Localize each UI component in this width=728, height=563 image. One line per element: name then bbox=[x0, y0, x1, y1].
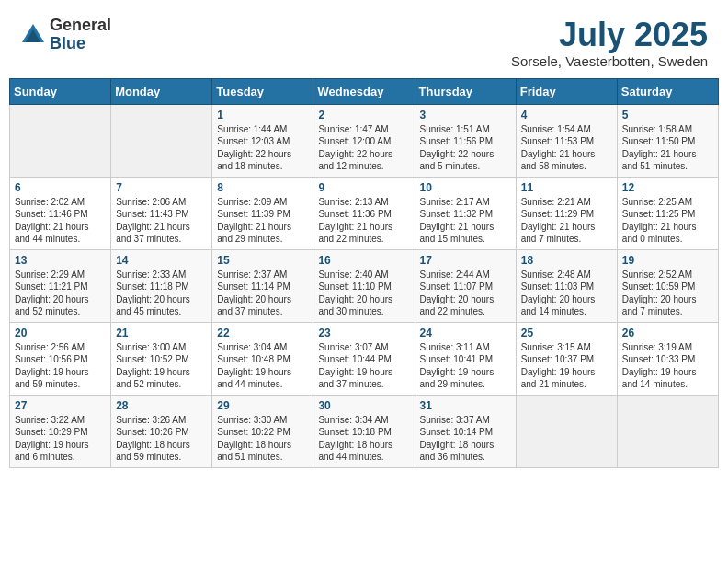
calendar-cell: 23Sunrise: 3:07 AM Sunset: 10:44 PM Dayl… bbox=[313, 322, 415, 395]
calendar-cell: 24Sunrise: 3:11 AM Sunset: 10:41 PM Dayl… bbox=[415, 322, 516, 395]
day-details: Sunrise: 2:21 AM Sunset: 11:29 PM Daylig… bbox=[521, 196, 612, 246]
day-number: 6 bbox=[15, 181, 106, 194]
calendar-cell: 6Sunrise: 2:02 AM Sunset: 11:46 PM Dayli… bbox=[10, 177, 111, 249]
day-details: Sunrise: 2:37 AM Sunset: 11:14 PM Daylig… bbox=[217, 269, 308, 318]
day-number: 31 bbox=[420, 399, 511, 412]
day-number: 15 bbox=[217, 254, 308, 267]
calendar-cell: 1Sunrise: 1:44 AM Sunset: 12:03 AM Dayli… bbox=[212, 104, 313, 177]
calendar-cell: 31Sunrise: 3:37 AM Sunset: 10:14 PM Dayl… bbox=[415, 395, 516, 467]
calendar-cell bbox=[10, 104, 111, 177]
day-number: 11 bbox=[521, 181, 612, 194]
day-number: 19 bbox=[622, 254, 713, 267]
day-number: 29 bbox=[217, 399, 308, 412]
calendar-cell: 13Sunrise: 2:29 AM Sunset: 11:21 PM Dayl… bbox=[10, 249, 111, 322]
day-details: Sunrise: 2:06 AM Sunset: 11:43 PM Daylig… bbox=[116, 196, 207, 246]
day-details: Sunrise: 2:29 AM Sunset: 11:21 PM Daylig… bbox=[15, 269, 106, 318]
day-number: 2 bbox=[318, 109, 409, 121]
calendar-cell: 9Sunrise: 2:13 AM Sunset: 11:36 PM Dayli… bbox=[313, 177, 415, 249]
day-details: Sunrise: 2:48 AM Sunset: 11:03 PM Daylig… bbox=[521, 269, 612, 318]
weekday-header-saturday: Saturday bbox=[617, 78, 718, 104]
calendar-cell: 22Sunrise: 3:04 AM Sunset: 10:48 PM Dayl… bbox=[212, 322, 313, 395]
day-number: 4 bbox=[521, 109, 612, 121]
page-header: General Blue July 2025 Sorsele, Vaesterb… bbox=[9, 9, 719, 73]
day-number: 22 bbox=[217, 327, 308, 339]
logo-blue-label: Blue bbox=[50, 35, 111, 53]
logo-text: General Blue bbox=[50, 17, 111, 53]
day-details: Sunrise: 2:40 AM Sunset: 11:10 PM Daylig… bbox=[318, 269, 409, 318]
weekday-header-tuesday: Tuesday bbox=[212, 78, 313, 104]
day-details: Sunrise: 3:37 AM Sunset: 10:14 PM Daylig… bbox=[420, 414, 511, 464]
calendar-week-row: 20Sunrise: 2:56 AM Sunset: 10:56 PM Dayl… bbox=[10, 322, 719, 395]
calendar-cell: 17Sunrise: 2:44 AM Sunset: 11:07 PM Dayl… bbox=[415, 249, 516, 322]
weekday-header-monday: Monday bbox=[111, 78, 212, 104]
logo-general-label: General bbox=[50, 17, 111, 35]
day-number: 20 bbox=[15, 327, 106, 339]
day-details: Sunrise: 2:56 AM Sunset: 10:56 PM Daylig… bbox=[15, 341, 106, 391]
calendar-cell: 8Sunrise: 2:09 AM Sunset: 11:39 PM Dayli… bbox=[212, 177, 313, 249]
calendar-cell: 16Sunrise: 2:40 AM Sunset: 11:10 PM Dayl… bbox=[313, 249, 415, 322]
day-number: 24 bbox=[420, 327, 511, 339]
day-details: Sunrise: 2:13 AM Sunset: 11:36 PM Daylig… bbox=[318, 196, 409, 246]
calendar-cell: 29Sunrise: 3:30 AM Sunset: 10:22 PM Dayl… bbox=[212, 395, 313, 467]
day-number: 30 bbox=[318, 399, 409, 412]
day-number: 7 bbox=[116, 181, 207, 194]
day-number: 5 bbox=[622, 109, 713, 121]
day-number: 23 bbox=[318, 327, 409, 339]
day-details: Sunrise: 2:44 AM Sunset: 11:07 PM Daylig… bbox=[420, 269, 511, 318]
calendar-cell: 30Sunrise: 3:34 AM Sunset: 10:18 PM Dayl… bbox=[313, 395, 415, 467]
calendar-week-row: 6Sunrise: 2:02 AM Sunset: 11:46 PM Dayli… bbox=[10, 177, 719, 249]
logo: General Blue bbox=[20, 17, 111, 53]
day-details: Sunrise: 3:07 AM Sunset: 10:44 PM Daylig… bbox=[318, 341, 409, 391]
calendar-cell: 25Sunrise: 3:15 AM Sunset: 10:37 PM Dayl… bbox=[516, 322, 617, 395]
day-number: 17 bbox=[420, 254, 511, 267]
day-details: Sunrise: 2:33 AM Sunset: 11:18 PM Daylig… bbox=[116, 269, 207, 318]
calendar-table: SundayMondayTuesdayWednesdayThursdayFrid… bbox=[9, 78, 719, 468]
weekday-header-sunday: Sunday bbox=[10, 78, 111, 104]
day-details: Sunrise: 2:52 AM Sunset: 10:59 PM Daylig… bbox=[622, 269, 713, 318]
day-number: 14 bbox=[116, 254, 207, 267]
day-details: Sunrise: 3:15 AM Sunset: 10:37 PM Daylig… bbox=[521, 341, 612, 391]
day-details: Sunrise: 3:34 AM Sunset: 10:18 PM Daylig… bbox=[318, 414, 409, 464]
calendar-cell bbox=[516, 395, 617, 467]
logo-icon bbox=[20, 22, 46, 48]
weekday-header-thursday: Thursday bbox=[415, 78, 516, 104]
day-details: Sunrise: 1:54 AM Sunset: 11:53 PM Daylig… bbox=[521, 123, 612, 173]
weekday-header-friday: Friday bbox=[516, 78, 617, 104]
calendar-cell: 14Sunrise: 2:33 AM Sunset: 11:18 PM Dayl… bbox=[111, 249, 212, 322]
day-number: 18 bbox=[521, 254, 612, 267]
calendar-cell: 11Sunrise: 2:21 AM Sunset: 11:29 PM Dayl… bbox=[516, 177, 617, 249]
calendar-cell: 5Sunrise: 1:58 AM Sunset: 11:50 PM Dayli… bbox=[617, 104, 718, 177]
weekday-header-row: SundayMondayTuesdayWednesdayThursdayFrid… bbox=[10, 78, 719, 104]
calendar-header: SundayMondayTuesdayWednesdayThursdayFrid… bbox=[10, 78, 719, 104]
day-number: 21 bbox=[116, 327, 207, 339]
calendar-cell: 7Sunrise: 2:06 AM Sunset: 11:43 PM Dayli… bbox=[111, 177, 212, 249]
title-block: July 2025 Sorsele, Vaesterbotten, Sweden bbox=[511, 17, 708, 69]
calendar-cell bbox=[617, 395, 718, 467]
calendar-cell: 4Sunrise: 1:54 AM Sunset: 11:53 PM Dayli… bbox=[516, 104, 617, 177]
calendar-cell: 20Sunrise: 2:56 AM Sunset: 10:56 PM Dayl… bbox=[10, 322, 111, 395]
day-details: Sunrise: 3:22 AM Sunset: 10:29 PM Daylig… bbox=[15, 414, 106, 464]
calendar-week-row: 13Sunrise: 2:29 AM Sunset: 11:21 PM Dayl… bbox=[10, 249, 719, 322]
calendar-cell: 3Sunrise: 1:51 AM Sunset: 11:56 PM Dayli… bbox=[415, 104, 516, 177]
day-details: Sunrise: 1:44 AM Sunset: 12:03 AM Daylig… bbox=[217, 123, 308, 173]
day-details: Sunrise: 3:26 AM Sunset: 10:26 PM Daylig… bbox=[116, 414, 207, 464]
day-details: Sunrise: 1:58 AM Sunset: 11:50 PM Daylig… bbox=[622, 123, 713, 173]
calendar-cell: 15Sunrise: 2:37 AM Sunset: 11:14 PM Dayl… bbox=[212, 249, 313, 322]
calendar-body: 1Sunrise: 1:44 AM Sunset: 12:03 AM Dayli… bbox=[10, 104, 719, 467]
day-number: 13 bbox=[15, 254, 106, 267]
day-details: Sunrise: 1:51 AM Sunset: 11:56 PM Daylig… bbox=[420, 123, 511, 173]
month-year-title: July 2025 bbox=[511, 17, 708, 53]
day-number: 26 bbox=[622, 327, 713, 339]
day-details: Sunrise: 1:47 AM Sunset: 12:00 AM Daylig… bbox=[318, 123, 409, 173]
day-details: Sunrise: 3:11 AM Sunset: 10:41 PM Daylig… bbox=[420, 341, 511, 391]
day-details: Sunrise: 3:30 AM Sunset: 10:22 PM Daylig… bbox=[217, 414, 308, 464]
day-number: 12 bbox=[622, 181, 713, 194]
weekday-header-wednesday: Wednesday bbox=[313, 78, 415, 104]
calendar-week-row: 27Sunrise: 3:22 AM Sunset: 10:29 PM Dayl… bbox=[10, 395, 719, 467]
calendar-cell: 2Sunrise: 1:47 AM Sunset: 12:00 AM Dayli… bbox=[313, 104, 415, 177]
day-number: 25 bbox=[521, 327, 612, 339]
day-details: Sunrise: 3:04 AM Sunset: 10:48 PM Daylig… bbox=[217, 341, 308, 391]
day-number: 27 bbox=[15, 399, 106, 412]
calendar-cell: 26Sunrise: 3:19 AM Sunset: 10:33 PM Dayl… bbox=[617, 322, 718, 395]
calendar-cell: 21Sunrise: 3:00 AM Sunset: 10:52 PM Dayl… bbox=[111, 322, 212, 395]
